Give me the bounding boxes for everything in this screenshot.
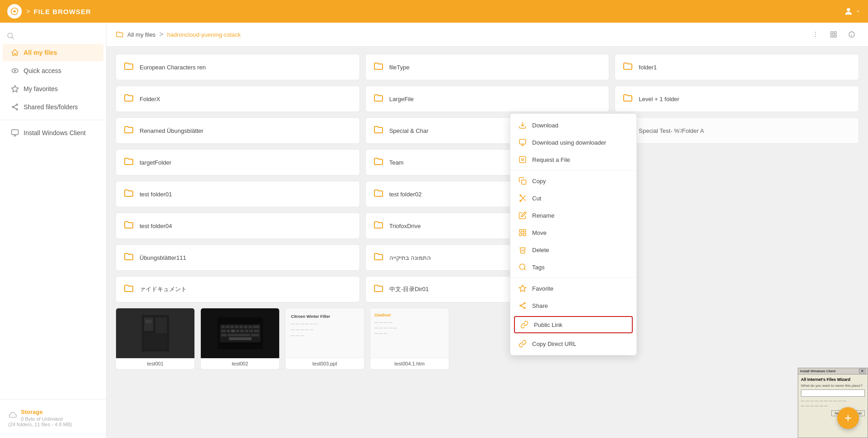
grid-view-button[interactable] [826, 27, 841, 42]
svg-rect-41 [227, 330, 230, 332]
sidebar-item-quick-access[interactable]: Quick access [3, 62, 103, 79]
svg-line-71 [521, 304, 524, 306]
folder-special-test[interactable]: Special Test- %'/Folder A [615, 117, 859, 144]
context-cut-label: Cut [532, 195, 541, 202]
context-tags-label: Tags [532, 264, 544, 271]
context-delete-label: Delete [532, 247, 549, 253]
folder-name-largefile: LargeFile [389, 96, 414, 102]
svg-point-4 [12, 69, 18, 73]
svg-rect-33 [226, 326, 229, 328]
folder-icon-ubungsblatter [123, 251, 134, 264]
folder-japanese[interactable]: ァイドキュメント [116, 276, 360, 302]
file-thumb-img-htm: Gladinet — — — — — — — — — — — — [370, 308, 449, 358]
folder-test04[interactable]: test folder04 [116, 213, 360, 239]
context-delete[interactable]: Delete [510, 241, 636, 258]
folder-icon [116, 30, 124, 39]
folder-filetype[interactable]: fileType [365, 54, 610, 80]
context-favorite[interactable]: Favorite [510, 280, 636, 297]
file-thumb-htm[interactable]: Gladinet — — — — — — — — — — — — test004… [370, 308, 449, 370]
context-tags[interactable]: Tags [510, 258, 636, 276]
monitor-icon [11, 129, 19, 137]
sidebar-item-my-favorites[interactable]: My favorites [3, 80, 103, 97]
sidebar-item-all-my-files[interactable]: All my files [3, 44, 103, 61]
context-download-label: Download [532, 122, 558, 129]
folder-icon-largefile [373, 92, 384, 105]
svg-rect-12 [12, 130, 19, 135]
folder-icon-filetype [373, 61, 384, 73]
context-copy[interactable]: Copy [510, 172, 636, 190]
svg-rect-63 [524, 234, 526, 236]
context-download-downloader[interactable]: Download using downloader [510, 134, 636, 151]
context-favorite-label: Favorite [532, 285, 553, 292]
folder-european-characters[interactable]: European Characters ren [116, 54, 360, 80]
sidebar-item-shared-files[interactable]: Shared files/folders [3, 98, 103, 116]
folder-name-level1: Level + 1 folder [639, 96, 679, 102]
folder-name-hebrew: התמונה בתיקייה [389, 254, 432, 261]
svg-point-69 [520, 305, 521, 307]
folder-name-european: European Characters ren [140, 64, 206, 71]
file-thumb-keyboard[interactable]: test002 [200, 308, 280, 370]
context-download[interactable]: Download [510, 117, 636, 134]
context-share[interactable]: Share [510, 297, 636, 314]
svg-line-10 [14, 105, 16, 107]
svg-point-1 [847, 8, 850, 11]
svg-rect-49 [228, 334, 250, 336]
svg-line-3 [12, 37, 14, 39]
folder-icon-special-char [373, 124, 384, 137]
context-request-file[interactable]: Request a File [510, 151, 636, 168]
svg-rect-62 [524, 229, 526, 232]
user-menu[interactable] [844, 6, 861, 16]
svg-rect-50 [251, 334, 259, 336]
storage-title: Storage [8, 409, 98, 415]
folder-test01[interactable]: test folder01 [116, 181, 360, 207]
folder-name-filetype: fileType [389, 64, 410, 71]
context-public-link[interactable]: Public Link [514, 316, 633, 333]
folder-folder1[interactable]: folder1 [615, 54, 859, 80]
svg-point-15 [815, 32, 816, 33]
context-cut[interactable]: Cut [510, 190, 636, 207]
folder-level1[interactable]: Level + 1 folder [615, 86, 859, 112]
breadcrumb-bar: All my files > hadroncloud-yuening-cstac… [107, 23, 868, 47]
folder-name-team: Team [389, 159, 404, 166]
context-rename[interactable]: Rename [510, 207, 636, 224]
sidebar-label-quick-access: Quick access [24, 67, 61, 74]
folder-name-folder1: folder1 [639, 64, 657, 71]
svg-line-72 [521, 306, 524, 308]
folder-renamed[interactable]: Renamed Übungsblätter [116, 117, 360, 144]
public-link-icon [520, 321, 529, 329]
svg-rect-28 [155, 317, 167, 333]
folder-target[interactable]: targetFolder [116, 149, 360, 175]
context-copy-direct-url[interactable]: Copy Direct URL [510, 335, 636, 352]
rename-icon [519, 211, 527, 219]
app-logo[interactable] [7, 4, 22, 19]
context-copy-direct-url-label: Copy Direct URL [532, 341, 577, 347]
fab-add-button[interactable]: + [837, 407, 859, 429]
file-thumb-img-keyboard [201, 308, 279, 358]
breadcrumb-all-files[interactable]: All my files [127, 31, 155, 38]
folder-name-test02: test folder02 [389, 191, 422, 198]
svg-rect-18 [831, 32, 833, 34]
folder-icon-japanese [123, 283, 134, 296]
sidebar-divider [0, 120, 106, 120]
app-body: All my files Quick access My favorites S… [0, 23, 868, 438]
context-move[interactable]: Move [510, 224, 636, 241]
svg-rect-43 [236, 330, 239, 332]
folder-icon-hebrew [373, 251, 384, 264]
context-copy-label: Copy [532, 178, 546, 185]
svg-rect-51 [229, 337, 252, 340]
file-thumb-photo[interactable]: test001 [116, 308, 195, 370]
folder-ubungsblatter[interactable]: Übungsblätter111 [116, 244, 360, 271]
breadcrumb-current: hadroncloud-yuening-cstack [167, 31, 241, 38]
sidebar-item-install-windows[interactable]: Install Windows Client [3, 124, 103, 141]
folder-folderx[interactable]: FolderX [116, 86, 360, 112]
storage-section: Storage 0 Byte of Unlimited(24 folders, … [0, 403, 106, 433]
search-icon[interactable] [6, 32, 15, 40]
info-button[interactable] [844, 27, 859, 42]
more-options-button[interactable] [808, 27, 823, 42]
copy-icon [519, 177, 527, 185]
delete-icon [519, 246, 527, 254]
folder-largefile[interactable]: LargeFile [365, 86, 610, 112]
file-thumb-label-ppt: test003.ppt [286, 358, 364, 369]
file-thumb-ppt[interactable]: Citroen Winter Filter — — — — — — — — — … [285, 308, 364, 370]
folder-icon-folder1 [622, 61, 633, 73]
